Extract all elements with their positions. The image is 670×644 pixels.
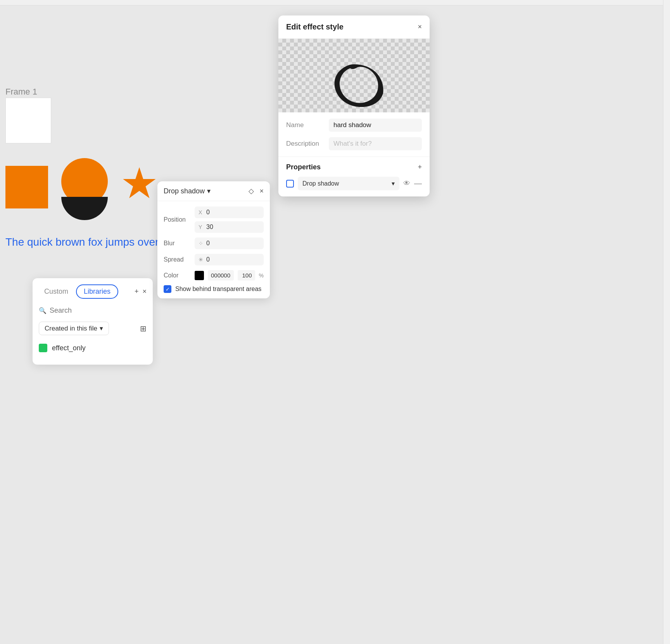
description-input[interactable]: What's it for?: [329, 137, 422, 150]
x-input-row: X 0: [195, 207, 264, 218]
y-axis-label: Y: [199, 224, 203, 230]
right-strip: [663, 0, 670, 644]
shadow-crescent: [323, 60, 385, 108]
show-behind-checkbox[interactable]: [164, 285, 171, 293]
search-icon: 🔍: [39, 307, 47, 314]
spread-row: Spread ✳ 0: [164, 254, 264, 265]
lib-actions: + ×: [135, 288, 147, 296]
file-filter: Created in this file ▾ ⊞: [33, 318, 153, 339]
position-inputs: X 0 Y 30: [195, 207, 264, 233]
blur-value: 0: [206, 240, 210, 247]
chevron-down-icon: ▾: [392, 180, 395, 187]
color-row: Color 000000 100 %: [164, 270, 264, 281]
edit-effect-title: Edit effect style: [286, 22, 344, 31]
frame-box: [5, 98, 51, 143]
position-row: Position X 0 Y 30: [164, 207, 264, 233]
show-behind-label: Show behind transparent areas: [175, 286, 261, 293]
drop-shadow-panel: Drop shadow ▾ ◇ × Position X 0 Y: [157, 181, 270, 298]
x-axis-label: X: [199, 209, 203, 215]
chevron-down-icon: ▾: [100, 324, 103, 332]
blur-row: Blur ⁘ 0: [164, 238, 264, 249]
name-label: Name: [286, 121, 329, 129]
search-input[interactable]: [50, 307, 147, 315]
orange-square: [5, 166, 48, 208]
orange-star: ★: [120, 162, 159, 205]
tab-custom[interactable]: Custom: [39, 285, 74, 298]
description-field-row: Description What's it for?: [286, 137, 422, 150]
remove-effect-icon[interactable]: —: [414, 179, 422, 188]
edit-effect-panel: Edit effect style × Name hard shadow Des…: [278, 15, 430, 196]
drop-shadow-close-button[interactable]: ×: [259, 187, 264, 195]
eep-header: Edit effect style ×: [278, 15, 430, 39]
blur-label: Blur: [164, 240, 195, 247]
position-label: Position: [164, 216, 195, 223]
color-controls: 000000 100 %: [195, 270, 264, 281]
spread-label: Spread: [164, 256, 195, 263]
effect-item-name: effect_only: [52, 344, 86, 352]
eep-properties: Properties + Drop shadow ▾ 👁 —: [278, 157, 430, 196]
edit-effect-close-button[interactable]: ×: [418, 23, 422, 31]
effect-preview: [278, 39, 430, 112]
effect-color-dot: [39, 344, 47, 352]
libraries-panel: Custom Libraries + × 🔍 Created in this f…: [33, 278, 153, 365]
show-behind-row: Show behind transparent areas: [164, 285, 264, 293]
top-strip: [0, 0, 670, 5]
name-field-row: Name hard shadow: [286, 119, 422, 132]
effect-property-row: Drop shadow ▾ 👁 —: [286, 177, 422, 190]
grid-icon: ⊞: [140, 324, 147, 333]
percent-label: %: [259, 272, 264, 279]
color-hex[interactable]: 000000: [208, 270, 234, 281]
color-opacity[interactable]: 100: [238, 270, 255, 281]
ds-body: Position X 0 Y 30 Blur ⁘ 0: [157, 201, 270, 298]
effect-type-dropdown[interactable]: Drop shadow ▾: [298, 177, 399, 190]
effect-prop-icons: 👁 —: [403, 179, 422, 188]
libraries-header: Custom Libraries + ×: [33, 278, 153, 303]
ds-header-icons: ◇ ×: [249, 187, 264, 195]
canvas: Frame 1 ★ The quick brown fox jumps over…: [0, 0, 670, 644]
properties-title: Properties: [286, 163, 321, 171]
effect-prop-checkbox[interactable]: [286, 180, 294, 188]
y-value[interactable]: 30: [206, 224, 213, 231]
color-swatch[interactable]: [195, 271, 204, 280]
drop-shadow-label: Drop shadow: [164, 187, 205, 195]
lib-search: 🔍: [33, 303, 153, 318]
black-semicircle: [61, 197, 108, 220]
blur-icon: ⁘: [199, 240, 203, 246]
blur-input[interactable]: ⁘ 0: [195, 238, 264, 249]
y-input-row: Y 30: [195, 221, 264, 233]
file-filter-button[interactable]: Created in this file ▾: [39, 322, 109, 335]
description-label: Description: [286, 140, 329, 148]
color-label: Color: [164, 272, 195, 279]
effect-type-label: Drop shadow: [302, 180, 339, 187]
eep-props-header: Properties +: [286, 163, 422, 171]
close-library-button[interactable]: ×: [142, 288, 147, 296]
file-filter-label: Created in this file: [45, 325, 97, 332]
drop-shadow-fill-icon[interactable]: ◇: [249, 187, 254, 195]
tab-libraries[interactable]: Libraries: [76, 284, 118, 299]
visibility-icon[interactable]: 👁: [403, 179, 410, 188]
drop-shadow-type-select[interactable]: Drop shadow ▾: [164, 187, 211, 195]
name-input[interactable]: hard shadow: [329, 119, 422, 132]
add-property-button[interactable]: +: [418, 163, 422, 171]
chevron-down-icon: ▾: [207, 187, 211, 195]
frame-label: Frame 1: [5, 87, 37, 97]
x-value[interactable]: 0: [206, 209, 210, 216]
eep-fields: Name hard shadow Description What's it f…: [278, 112, 430, 157]
add-library-button[interactable]: +: [135, 288, 139, 296]
spread-value: 0: [206, 256, 210, 263]
spread-input[interactable]: ✳ 0: [195, 254, 264, 265]
orange-circle-container: [61, 158, 108, 220]
ds-header: Drop shadow ▾ ◇ ×: [157, 181, 270, 201]
effect-item: effect_only: [33, 339, 153, 357]
spread-icon: ✳: [199, 257, 203, 263]
